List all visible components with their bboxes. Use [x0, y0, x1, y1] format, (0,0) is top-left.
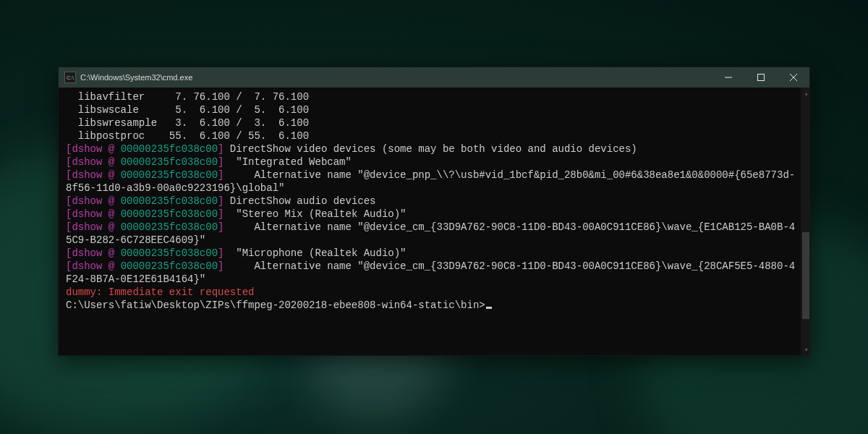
cmd-icon: C:\ [64, 72, 76, 83]
terminal-line: libpostproc 55. 6.100 / 55. 6.100 [66, 129, 801, 142]
scroll-up-button[interactable]: ▴ [801, 88, 809, 99]
svg-rect-1 [757, 75, 764, 81]
cmd-window: C:\ C:\Windows\System32\cmd.exe libavfil… [58, 67, 810, 356]
cursor [486, 307, 492, 309]
terminal-line: [dshow @ 00000235fc038c00] Alternative n… [66, 260, 801, 286]
titlebar[interactable]: C:\ C:\Windows\System32\cmd.exe [59, 67, 809, 88]
minimize-button[interactable] [712, 67, 744, 88]
terminal-line: [dshow @ 00000235fc038c00] DirectShow au… [66, 195, 801, 208]
scroll-thumb[interactable] [802, 232, 809, 319]
terminal-output[interactable]: libavfilter 7. 76.100 / 7. 76.100 libsws… [59, 88, 801, 355]
maximize-icon [757, 74, 765, 81]
window-title: C:\Windows\System32\cmd.exe [80, 73, 192, 82]
terminal-line: C:\Users\fatiw\Desktop\ZIPs\ffmpeg-20200… [66, 299, 801, 312]
terminal-line: [dshow @ 00000235fc038c00] Alternative n… [66, 169, 801, 195]
close-button[interactable] [777, 67, 809, 88]
terminal-line: [dshow @ 00000235fc038c00] Alternative n… [66, 221, 801, 247]
terminal-line: dummy: Immediate exit requested [66, 286, 801, 299]
terminal-line: [dshow @ 00000235fc038c00] "Stereo Mix (… [66, 208, 801, 221]
maximize-button[interactable] [744, 67, 777, 88]
terminal-line: libavfilter 7. 76.100 / 7. 76.100 [66, 90, 801, 103]
client-area: libavfilter 7. 76.100 / 7. 76.100 libsws… [59, 88, 809, 355]
terminal-line: libswresample 3. 6.100 / 3. 6.100 [66, 116, 801, 129]
terminal-line: [dshow @ 00000235fc038c00] "Integrated W… [66, 156, 801, 169]
terminal-line: [dshow @ 00000235fc038c00] DirectShow vi… [66, 142, 801, 156]
terminal-line: libswscale 5. 6.100 / 5. 6.100 [66, 103, 801, 116]
scroll-down-button[interactable]: ▾ [801, 344, 809, 355]
close-icon [790, 74, 797, 81]
terminal-line: [dshow @ 00000235fc038c00] "Microphone (… [66, 247, 801, 260]
scrollbar[interactable]: ▴ ▾ [801, 88, 809, 355]
minimize-icon [725, 74, 732, 81]
